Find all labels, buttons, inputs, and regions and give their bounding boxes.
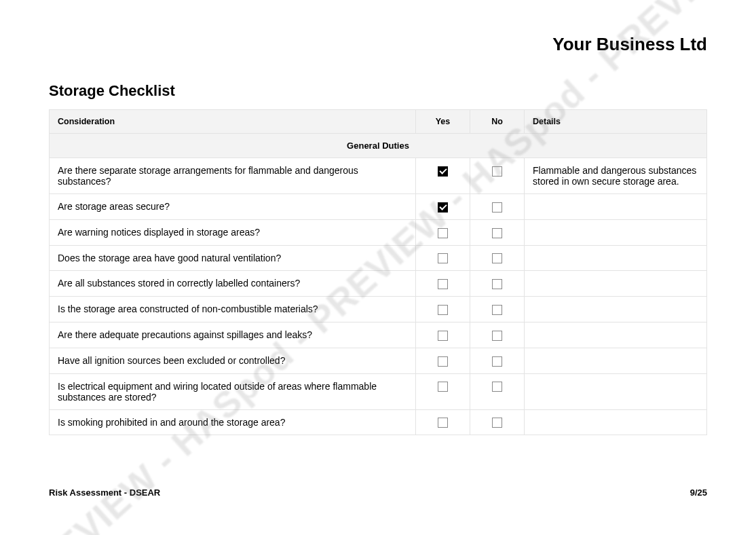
- no-cell: [470, 245, 525, 271]
- yes-checkbox[interactable]: [438, 331, 448, 341]
- consideration-cell: Are there separate storage arrangements …: [50, 158, 416, 194]
- yes-cell: [416, 245, 470, 271]
- details-cell: [525, 322, 707, 348]
- consideration-cell: Is electrical equipment and wiring locat…: [50, 373, 416, 409]
- page-footer: Risk Assessment - DSEAR 9/25: [49, 487, 707, 498]
- no-checkbox[interactable]: [492, 202, 502, 213]
- consideration-cell: Are there adequate precautions against s…: [50, 322, 416, 348]
- yes-checkbox[interactable]: [438, 202, 448, 213]
- details-cell: [525, 348, 707, 373]
- no-cell: [470, 322, 525, 348]
- header-consideration: Consideration: [50, 110, 416, 134]
- yes-cell: [416, 348, 470, 373]
- no-cell: [470, 219, 525, 245]
- consideration-cell: Are all substances stored in correctly l…: [50, 271, 416, 297]
- no-checkbox[interactable]: [492, 331, 502, 341]
- yes-cell: [416, 409, 470, 435]
- company-name: Your Business Ltd: [49, 34, 707, 55]
- no-checkbox[interactable]: [492, 253, 502, 263]
- header-no: No: [470, 110, 525, 134]
- consideration-cell: Is the storage area constructed of non-c…: [50, 297, 416, 322]
- table-row: Is the storage area constructed of non-c…: [50, 297, 707, 322]
- table-row: Are storage areas secure?: [50, 194, 707, 220]
- no-cell: [470, 297, 525, 322]
- yes-cell: [416, 297, 470, 322]
- checklist-table: Consideration Yes No Details General Dut…: [49, 109, 707, 435]
- table-header-row: Consideration Yes No Details: [50, 110, 707, 134]
- no-checkbox[interactable]: [492, 166, 502, 177]
- no-cell: [470, 348, 525, 373]
- table-row: Are warning notices displayed in storage…: [50, 219, 707, 245]
- consideration-cell: Does the storage area have good natural …: [50, 245, 416, 271]
- details-cell: [525, 373, 707, 409]
- header-details: Details: [525, 110, 707, 134]
- details-cell: [525, 245, 707, 271]
- yes-cell: [416, 219, 470, 245]
- yes-cell: [416, 271, 470, 297]
- yes-cell: [416, 322, 470, 348]
- page-title: Storage Checklist: [49, 82, 707, 100]
- table-row: Is smoking prohibited in and around the …: [50, 409, 707, 435]
- no-cell: [470, 373, 525, 409]
- no-cell: [470, 194, 525, 220]
- yes-checkbox[interactable]: [438, 253, 448, 263]
- consideration-cell: Are storage areas secure?: [50, 194, 416, 220]
- document-page: Your Business Ltd Storage Checklist Cons…: [0, 0, 756, 535]
- yes-cell: [416, 158, 470, 194]
- details-cell: Flammable and dangerous substances store…: [525, 158, 707, 194]
- no-checkbox[interactable]: [492, 228, 502, 238]
- consideration-cell: Are warning notices displayed in storage…: [50, 219, 416, 245]
- table-row: Are all substances stored in correctly l…: [50, 271, 707, 297]
- yes-checkbox[interactable]: [438, 279, 448, 289]
- table-row: Are there separate storage arrangements …: [50, 158, 707, 194]
- section-row: General Duties: [50, 134, 707, 158]
- yes-checkbox[interactable]: [438, 305, 448, 315]
- consideration-cell: Is smoking prohibited in and around the …: [50, 409, 416, 435]
- no-cell: [470, 158, 525, 194]
- details-cell: [525, 297, 707, 322]
- yes-checkbox[interactable]: [438, 166, 448, 177]
- details-cell: [525, 219, 707, 245]
- table-row: Are there adequate precautions against s…: [50, 322, 707, 348]
- yes-checkbox[interactable]: [438, 382, 448, 392]
- no-checkbox[interactable]: [492, 305, 502, 315]
- no-cell: [470, 271, 525, 297]
- footer-right: 9/25: [690, 487, 707, 498]
- yes-cell: [416, 194, 470, 220]
- no-cell: [470, 409, 525, 435]
- yes-checkbox[interactable]: [438, 356, 448, 367]
- details-cell: [525, 409, 707, 435]
- no-checkbox[interactable]: [492, 382, 502, 392]
- table-row: Have all ignition sources been excluded …: [50, 348, 707, 373]
- details-cell: [525, 271, 707, 297]
- yes-checkbox[interactable]: [438, 418, 448, 428]
- footer-left: Risk Assessment - DSEAR: [49, 487, 160, 498]
- yes-checkbox[interactable]: [438, 228, 448, 238]
- yes-cell: [416, 373, 470, 409]
- no-checkbox[interactable]: [492, 279, 502, 289]
- details-cell: [525, 194, 707, 220]
- no-checkbox[interactable]: [492, 418, 502, 428]
- table-row: Is electrical equipment and wiring locat…: [50, 373, 707, 409]
- table-row: Does the storage area have good natural …: [50, 245, 707, 271]
- no-checkbox[interactable]: [492, 356, 502, 367]
- section-label: General Duties: [50, 134, 707, 158]
- header-yes: Yes: [416, 110, 470, 134]
- consideration-cell: Have all ignition sources been excluded …: [50, 348, 416, 373]
